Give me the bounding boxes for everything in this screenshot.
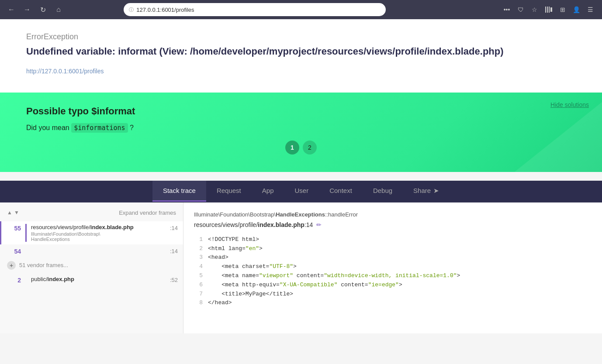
code-file-line: resources/views/profile/index.blade.php:…: [194, 221, 592, 228]
frame-number: 54: [1, 247, 25, 255]
frame-info: resources/views/profile/index.blade.php …: [31, 224, 170, 242]
error-type: ErrorException: [26, 32, 576, 41]
vendor-expand-button[interactable]: +: [7, 261, 16, 270]
tab-stack-trace[interactable]: Stack trace: [152, 181, 206, 202]
frame-line: :14: [170, 247, 183, 255]
share-icon: ➤: [433, 187, 439, 195]
solution-text: Did you mean $informations ?: [26, 124, 576, 132]
lock-icon: ⓘ: [129, 7, 134, 13]
frame-item[interactable]: 54 :14: [0, 244, 183, 258]
solution-prefix: Did you mean: [26, 124, 69, 131]
frame-item[interactable]: 55 resources/views/profile/index.blade.p…: [0, 221, 183, 244]
url-text: 127.0.0.1:6001/profiles: [136, 7, 194, 13]
expand-vendor-button[interactable]: Expand vendor frames: [119, 209, 176, 216]
hide-solutions-button[interactable]: Hide solutions: [550, 101, 589, 108]
forward-button[interactable]: →: [21, 3, 33, 16]
vendor-frames-row: + 51 vendor frames...: [0, 258, 183, 273]
frame-info: [31, 247, 170, 255]
code-line: 6 <meta http-equiv="X-UA-Compatible" con…: [194, 281, 592, 290]
code-breadcrumb: Illuminate\Foundation\Bootstrap\HandleEx…: [194, 211, 592, 218]
sort-arrows: ▲ ▼: [7, 209, 19, 216]
browser-right-icons: ••• 🛡 ☆ ⊞ 👤 ☰: [501, 3, 597, 16]
frame-line: :52: [170, 276, 183, 284]
code-line: 4 <meta charset="UTF-8">: [194, 262, 592, 271]
error-section: ErrorException Undefined variable: infor…: [0, 19, 602, 93]
svg-rect-0: [545, 7, 546, 13]
page-1-button[interactable]: 1: [285, 141, 299, 155]
library-button[interactable]: [543, 3, 555, 16]
frame-line: :14: [170, 224, 183, 242]
sort-up-button[interactable]: ▲: [7, 209, 12, 216]
svg-rect-2: [549, 7, 550, 13]
frame-file: resources/views/profile/index.blade.php: [31, 224, 166, 230]
solution-pagination: 1 2: [26, 141, 576, 155]
solution-banner: Hide solutions Possible typo $informat D…: [0, 93, 602, 172]
stack-body: ▲ ▼ Expand vendor frames 55 resources/vi…: [0, 203, 602, 333]
solution-suffix: ?: [130, 124, 134, 131]
frame-number: 55: [1, 224, 25, 242]
code-line: 5 <meta name="viewport" content="width=d…: [194, 271, 592, 281]
frame-file-bold: index.php: [48, 276, 74, 282]
code-line: 2 <html lang="en">: [194, 244, 592, 254]
code-view: 1 <!DOCTYPE html> 2 <html lang="en"> 3 <…: [194, 235, 592, 308]
error-message: Undefined variable: informat (View: /hom…: [26, 45, 576, 58]
vendor-label: 51 vendor frames...: [19, 262, 68, 268]
frame-bar: [25, 276, 27, 284]
bookmark-button[interactable]: ☆: [529, 3, 541, 16]
back-button[interactable]: ←: [5, 3, 17, 16]
tab-share[interactable]: Share ➤: [403, 181, 450, 202]
account-button[interactable]: 👤: [571, 3, 583, 16]
frame-file-bold: index.blade.php: [90, 224, 134, 230]
page-2-button[interactable]: 2: [303, 141, 317, 155]
edit-icon[interactable]: ✏: [316, 221, 322, 228]
reload-button[interactable]: ↻: [37, 3, 49, 16]
shield-button[interactable]: 🛡: [515, 3, 527, 16]
home-button[interactable]: ⌂: [52, 3, 65, 16]
error-url[interactable]: http://127.0.0.1:6001/profiles: [26, 68, 104, 75]
code-file-bold: index.blade.php: [258, 221, 304, 228]
tab-app[interactable]: App: [252, 181, 284, 202]
frame-bar: [25, 224, 27, 242]
code-line: 1 <!DOCTYPE html>: [194, 235, 592, 244]
frame-info: public/index.php: [31, 276, 170, 284]
layout-button[interactable]: ⊞: [557, 3, 569, 16]
svg-rect-3: [550, 7, 552, 12]
address-bar[interactable]: ⓘ 127.0.0.1:6001/profiles: [124, 3, 386, 16]
frames-panel: ▲ ▼ Expand vendor frames 55 resources/vi…: [0, 203, 183, 333]
code-line: 3 <head>: [194, 253, 592, 262]
tab-debug[interactable]: Debug: [363, 181, 403, 202]
svg-rect-1: [547, 7, 548, 13]
browser-chrome: ← → ↻ ⌂ ⓘ 127.0.0.1:6001/profiles ••• 🛡 …: [0, 0, 602, 19]
frame-class: Illuminate\Foundation\Bootstrap\HandleEx…: [31, 231, 166, 242]
frame-number: 2: [1, 276, 25, 284]
code-file-path: resources/views/profile/index.blade.php:…: [194, 221, 313, 228]
solution-title: Possible typo $informat: [26, 106, 576, 117]
tab-request[interactable]: Request: [206, 181, 252, 202]
solution-suggestion: $informations: [71, 123, 128, 133]
stack-tabs: Stack trace Request App User Context Deb…: [0, 181, 602, 203]
more-button[interactable]: •••: [501, 3, 513, 16]
code-line: 8 </head>: [194, 299, 592, 308]
code-line: 7 <title>MyPage</title>: [194, 290, 592, 299]
frames-header: ▲ ▼ Expand vendor frames: [0, 207, 183, 219]
stack-panel: Stack trace Request App User Context Deb…: [0, 181, 602, 333]
sort-down-button[interactable]: ▼: [14, 209, 19, 216]
frame-file: public/index.php: [31, 276, 166, 282]
frame-bar: [25, 247, 27, 255]
menu-button[interactable]: ☰: [585, 3, 597, 16]
code-panel: Illuminate\Foundation\Bootstrap\HandleEx…: [183, 203, 602, 333]
tab-context[interactable]: Context: [319, 181, 363, 202]
tab-user[interactable]: User: [284, 181, 319, 202]
frame-item[interactable]: 2 public/index.php :52: [0, 273, 183, 286]
